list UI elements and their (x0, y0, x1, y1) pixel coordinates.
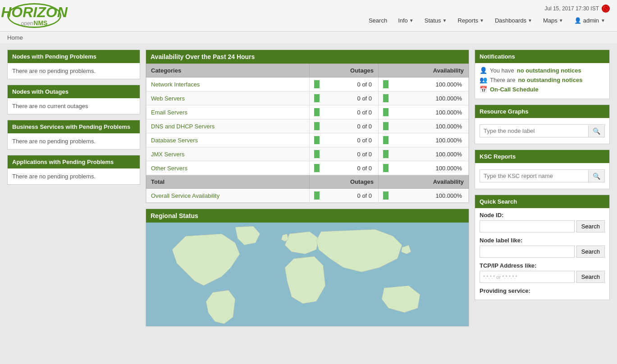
cat-link-2[interactable]: Email Servers (151, 109, 187, 116)
avail-bar-6 (383, 164, 388, 172)
bar-green-5 (314, 150, 320, 158)
table-row: Network Interfaces 0 of 0 100.000% (146, 77, 469, 91)
nav-status-label: Status (425, 17, 441, 24)
notif-row-1: 👤 You have no outstanding notices (480, 67, 605, 74)
cat-link-6[interactable]: Other Servers (151, 165, 187, 172)
ksc-reports-header: KSC Reports (475, 150, 609, 163)
bar-green-1 (314, 94, 320, 102)
nav-dashboards[interactable]: Dashboards ▼ (490, 14, 537, 27)
cat-link-4[interactable]: Database Servers (151, 137, 198, 144)
nav-status[interactable]: Status ▼ (420, 14, 452, 27)
availability-title: Availability Over the Past 24 Hours (151, 53, 255, 60)
notif-group-icon: 👥 (480, 76, 487, 83)
qs-tcpip-label: TCP/IP Address like: (480, 262, 605, 269)
middle-column: Availability Over the Past 24 Hours Cate… (146, 50, 469, 327)
resource-graphs-panel: Resource Graphs 🔍 (475, 105, 610, 144)
map-area (146, 223, 469, 326)
nodes-pending-body: There are no pending problems. (8, 63, 140, 79)
nav-admin[interactable]: 👤 admin ▼ (570, 14, 610, 27)
table-row: DNS and DHCP Servers 0 of 0 100.000% (146, 119, 469, 133)
logo: HORIZON open NMS (7, 3, 61, 28)
resource-graphs-body: 🔍 (475, 118, 609, 144)
resource-graphs-header: Resource Graphs (475, 105, 609, 118)
qs-node-id-button[interactable]: Search (576, 220, 605, 232)
resource-graphs-search-row: 🔍 (480, 124, 605, 137)
nav-admin-arrow: ▼ (601, 18, 605, 23)
ksc-reports-body: 🔍 (475, 163, 609, 189)
qs-node-label-input[interactable] (480, 246, 575, 258)
cat-link-5[interactable]: JMX Servers (151, 151, 184, 158)
avail-val-0: 100.000% (388, 81, 464, 88)
total-bar-green (314, 191, 320, 200)
notif-row-3: 📅 On-Call Schedule (480, 86, 605, 93)
resource-graphs-search-button[interactable]: 🔍 (588, 125, 604, 137)
total-outage-val: 0 of 0 (320, 192, 374, 199)
nodes-outages-body: There are no current outages (8, 98, 140, 114)
table-row: Other Servers 0 of 0 100.000% (146, 161, 469, 175)
quick-search-title: Quick Search (480, 198, 517, 205)
qs-node-id-input[interactable] (480, 220, 575, 232)
table-row: JMX Servers 0 of 0 100.000% (146, 147, 469, 161)
bar-green-6 (314, 164, 320, 172)
outage-val-1: 0 of 0 (320, 95, 374, 102)
nodes-pending-title: Nodes with Pending Problems (12, 53, 96, 60)
nav-info[interactable]: Info ▼ (393, 14, 418, 27)
table-row: Email Servers 0 of 0 100.000% (146, 105, 469, 119)
cat-link-1[interactable]: Web Servers (151, 95, 185, 102)
ksc-reports-search-button[interactable]: 🔍 (588, 170, 604, 182)
world-map-svg (146, 223, 469, 326)
total-avail-header: Availability (379, 175, 469, 189)
notifications-panel: Notifications 👤 You have no outstanding … (475, 50, 610, 99)
notifications-header: Notifications (475, 50, 609, 63)
avail-val-5: 100.000% (388, 151, 464, 158)
qs-node-label-row: Search (480, 246, 605, 258)
cat-link-3[interactable]: DNS and DHCP Servers (151, 123, 215, 130)
qs-node-label-button[interactable]: Search (576, 246, 605, 258)
avail-val-1: 100.000% (388, 95, 464, 102)
nodes-outages-text: There are no current outages (12, 103, 88, 109)
resource-graphs-title: Resource Graphs (480, 108, 528, 115)
cat-link-0[interactable]: Network Interfaces (151, 81, 200, 88)
ksc-reports-search-row: 🔍 (480, 169, 605, 182)
logo-open: open (21, 20, 33, 27)
notif-link-1[interactable]: no outstanding notices (517, 67, 581, 74)
availability-table: Categories Outages Availability Network … (146, 64, 469, 203)
col-availability: Availability (379, 64, 469, 77)
avail-val-4: 100.000% (388, 137, 464, 144)
logo-horizon: HORIZON (1, 5, 68, 19)
ksc-reports-input[interactable] (480, 170, 588, 182)
qs-tcpip-button[interactable]: Search (576, 271, 605, 283)
nodes-pending-text: There are no pending problems. (12, 68, 96, 74)
nav-maps[interactable]: Maps ▼ (539, 14, 568, 27)
breadcrumb: Home (0, 32, 617, 44)
qs-tcpip-row: Search (480, 271, 605, 283)
regional-status-title: Regional Status (151, 212, 198, 219)
nodes-outages-panel: Nodes with Outages There are no current … (7, 85, 140, 114)
avail-bar-1 (383, 94, 388, 102)
nav-row: Search Info ▼ Status ▼ Reports ▼ Dashboa… (364, 14, 610, 27)
qs-service-label: Providing service: (480, 287, 605, 294)
total-outages-header: Outages (310, 175, 379, 189)
notif-row-2: 👥 There are no outstanding notices (480, 76, 605, 83)
notif-link-3[interactable]: On-Call Schedule (490, 86, 539, 93)
resource-graphs-input[interactable] (480, 125, 588, 137)
apps-pending-header: Applications with Pending Problems (8, 155, 140, 168)
nodes-outages-header: Nodes with Outages (8, 85, 140, 98)
col-categories: Categories (146, 64, 310, 77)
nav-reports[interactable]: Reports ▼ (453, 14, 489, 27)
apps-pending-title: Applications with Pending Problems (12, 159, 114, 165)
qs-tcpip-input[interactable] (480, 271, 575, 283)
outage-val-3: 0 of 0 (320, 123, 374, 130)
notif-link-2[interactable]: no outstanding notices (518, 77, 582, 83)
total-row: Overall Service Availability 0 of 0 100.… (146, 189, 469, 203)
total-cat-link[interactable]: Overall Service Availability (151, 192, 219, 199)
notif-person-icon: 👤 (480, 67, 487, 74)
qs-node-id-label: Node ID: (480, 212, 605, 218)
nav-search[interactable]: Search (364, 14, 392, 27)
bar-green-2 (314, 108, 320, 116)
biz-services-title: Business Services with Pending Problems (12, 123, 130, 130)
home-link[interactable]: Home (7, 34, 23, 41)
table-row: Database Servers 0 of 0 100.000% (146, 133, 469, 147)
apps-pending-text: There are no pending problems. (12, 173, 96, 180)
logo-opennms-row: open NMS (21, 19, 48, 27)
